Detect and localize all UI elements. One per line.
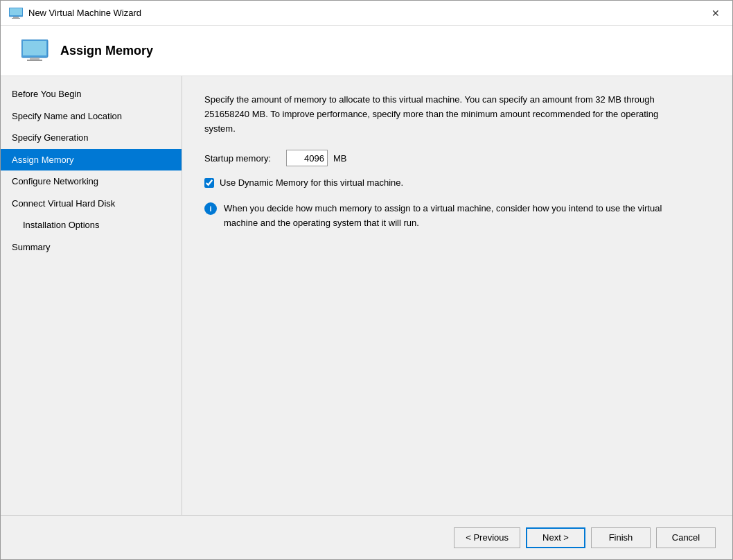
dynamic-memory-label[interactable]: Use Dynamic Memory for this virtual mach… <box>220 177 403 188</box>
svg-rect-1 <box>10 8 22 15</box>
titlebar: New Virtual Machine Wizard ✕ <box>1 1 732 26</box>
titlebar-icon <box>9 8 23 19</box>
sidebar-item-configure-networking[interactable]: Configure Networking <box>1 170 182 193</box>
info-box: i When you decide how much memory to ass… <box>204 202 675 231</box>
header-icon <box>21 40 49 62</box>
sidebar-item-assign-memory[interactable]: Assign Memory <box>1 149 182 171</box>
svg-rect-2 <box>13 17 19 18</box>
memory-input[interactable] <box>286 150 328 166</box>
info-text: When you decide how much memory to assig… <box>224 202 675 231</box>
content-area: Before You BeginSpecify Name and Locatio… <box>1 76 732 515</box>
dynamic-memory-row: Use Dynamic Memory for this virtual mach… <box>204 177 710 188</box>
sidebar-item-before-you-begin[interactable]: Before You Begin <box>1 83 182 105</box>
mb-label: MB <box>333 153 347 164</box>
previous-button[interactable]: < Previous <box>454 527 520 548</box>
close-button[interactable]: ✕ <box>707 5 724 21</box>
main-content: Specify the amount of memory to allocate… <box>182 76 732 515</box>
cancel-button[interactable]: Cancel <box>656 527 716 548</box>
startup-memory-label: Startup memory: <box>204 153 281 164</box>
sidebar-item-specify-name[interactable]: Specify Name and Location <box>1 105 182 128</box>
finish-button[interactable]: Finish <box>591 527 651 548</box>
sidebar: Before You BeginSpecify Name and Locatio… <box>1 76 182 515</box>
header: Assign Memory <box>1 26 732 76</box>
footer: < Previous Next > Finish Cancel <box>1 515 732 559</box>
sidebar-item-summary[interactable]: Summary <box>1 236 182 259</box>
svg-rect-5 <box>23 41 46 55</box>
svg-rect-6 <box>30 58 39 60</box>
dynamic-memory-checkbox[interactable] <box>204 178 214 188</box>
sidebar-item-installation-options[interactable]: Installation Options <box>1 214 182 236</box>
page-title: Assign Memory <box>60 44 153 58</box>
info-icon: i <box>204 202 217 215</box>
window-title: New Virtual Machine Wizard <box>28 8 707 18</box>
sidebar-item-connect-vhd[interactable]: Connect Virtual Hard Disk <box>1 193 182 215</box>
description-text: Specify the amount of memory to allocate… <box>204 93 675 136</box>
svg-rect-7 <box>27 60 42 61</box>
wizard-window: New Virtual Machine Wizard ✕ Assign Memo… <box>0 0 733 560</box>
svg-rect-3 <box>12 18 20 19</box>
memory-row: Startup memory: MB <box>204 150 710 166</box>
sidebar-item-specify-generation[interactable]: Specify Generation <box>1 127 182 149</box>
next-button[interactable]: Next > <box>526 527 585 548</box>
